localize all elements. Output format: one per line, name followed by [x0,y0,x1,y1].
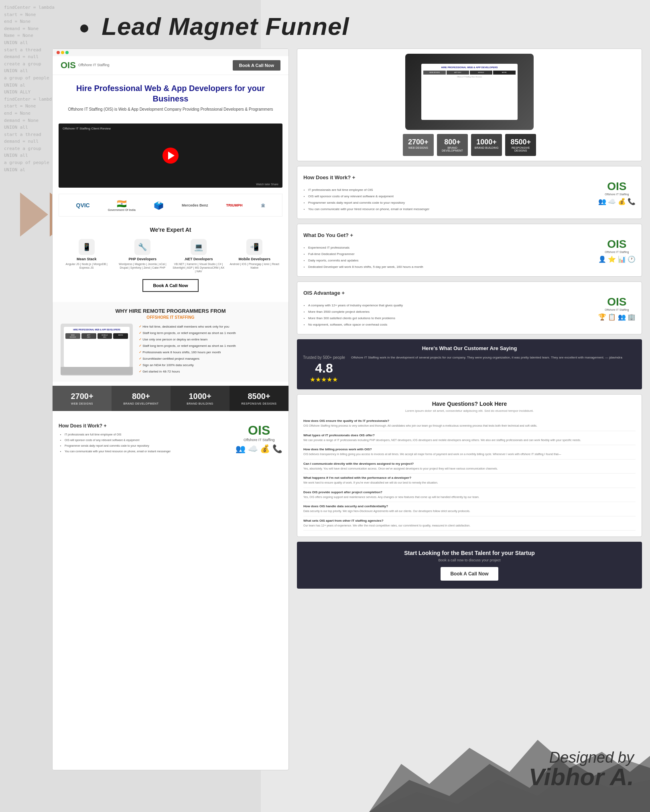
faq-answer: Yes, absolutely. You will have direct co… [303,467,636,471]
why-hire-content: HIRE PROFESSIONAL WEB & APP DEVELOPERS W… [61,324,280,376]
right-stat-responsive: 8500+ RESPONSIVE DESIGNS [505,134,536,156]
dotnet-name: .NET Developers [173,257,225,261]
bullet-decoration [80,24,88,32]
right-advantage-left: OIS Advantage + A company with 12+ years… [303,288,592,328]
stat-web-designs: 2700+ WEB DESIGNS [53,386,112,411]
faq-title: Have Questions? Look Here [303,401,636,407]
faq-question: Can I communicate directly with the deve… [303,462,636,466]
stat-responsive: 8500+ RESPONSIVE DESIGNS [230,386,288,411]
faq-item-2: What types of IT professionals does OIS … [303,431,636,445]
cta-bottom-button[interactable]: Book A Call Now [441,567,498,581]
benefit-item: Get started in 48-72 hours [139,369,236,375]
how-item: OIS will sponsor costs of any relevant s… [65,437,230,443]
advantage-ois-logo: OIS [598,296,636,308]
faq-question: What types of IT professionals does OIS … [303,433,636,437]
mobile-icon: 📲 [246,239,262,255]
right-stat-num: 800+ [439,138,466,146]
right-how-title: How Does it Work? + [303,172,592,183]
faq-section: Have Questions? Look Here Lorem ipsum do… [297,394,642,537]
whatget-item: Dedicated Developer will work 8 hours sh… [308,264,592,270]
expert-title: We're Expert At [61,227,280,233]
video-play-button[interactable] [162,148,179,164]
faq-question: How does OIS ensure the quality of its I… [303,419,636,423]
right-laptop-image: HIRE PROFESSIONAL WEB & APP DEVELOPERS W… [405,54,534,130]
whatget-ois-sub: Offshore IT Staffing [598,251,636,253]
book-call-button[interactable]: Book A Call Now [142,279,198,292]
expert-php: 🔧 PHP Developers Wordpress | Magento | J… [117,239,169,273]
testimonial-content: Trusted by 500+ people 4.8 ★★★★★ Offshor… [303,355,636,383]
stat-num: 2700+ [56,392,108,401]
ois-tagline: Offshore IT Staffing [236,438,282,442]
designed-by-line2: Vibhor A. [529,766,634,788]
right-advantage-content: OIS Advantage + A company with 12+ years… [303,288,636,328]
whatget-ois-logo: OIS [598,238,636,251]
right-panel: HIRE PROFESSIONAL WEB & APP DEVELOPERS W… [297,49,642,770]
browser-chrome [53,49,288,56]
brand-triumph: TRIUMPH [226,203,243,207]
right-how-list: IT professionals are full time employee … [303,187,592,213]
stats-section: 2700+ WEB DESIGNS 800+ BRAND DEVELOPMENT… [53,386,288,411]
right-stat-num: 8500+ [507,138,534,146]
testimonial-title: Here's What Our Customer Are Saying [303,345,636,351]
cta-bottom-section: Start Looking for the Best Talent for yo… [297,542,642,589]
how-item: OIS will sponsor costs of any relevant s… [308,193,592,200]
faq-item-7: How does OIS handle data security and co… [303,502,636,516]
laptop-image: HIRE PROFESSIONAL WEB & APP DEVELOPERS W… [61,324,133,376]
advantage-item: A company with 12+ years of industry exp… [308,302,592,309]
video-section[interactable]: Offshore IT Staffing Client Review Watch… [59,124,282,188]
brand-mercedes: Mercedes Benz [182,203,208,207]
why-hire-benefits: Hire full time, dedicated staff members … [139,324,236,375]
whatget-item: Full-time Dedicated Programmer [308,251,592,257]
page-title: Lead Magnet Funnel [80,12,650,40]
stat-label: WEB DESIGNS [56,402,108,405]
right-stat-num: 1000+ [473,138,500,146]
ois-logo-big: OIS [236,423,282,438]
brand-election: 🗳️ [154,200,164,210]
website-mockup: OIS Offshore IT Staffing Book A Call Now… [52,49,289,770]
how-item: IT professionals are full time employee … [65,432,230,437]
benefit-item: Staff long term projects, or relief enga… [139,343,236,349]
how-it-works-left: How Does it Work? + IT professionals are… [59,423,230,454]
stat-brand-building: 1000+ BRAND BUILDING [171,386,230,411]
ois-icons: 👥 ☁️ 💰 📞 [236,444,282,454]
advantage-item: More than 300 satisfied clients got solu… [308,315,592,322]
expert-section: We're Expert At 📱 Mean Stack Angular JS … [53,221,288,302]
faq-question: What sets OIS apart from other IT staffi… [303,519,636,522]
stat-num: 1000+ [174,392,226,401]
video-controls: Watch later Share [256,183,278,186]
faq-item-1: How does OIS ensure the quality of its I… [303,417,636,431]
video-label: Offshore IT Staffing Client Review [63,127,111,130]
stat-brand-dev: 800+ BRAND DEVELOPMENT [112,386,171,411]
how-item: Programmer sends daily report and commit… [65,443,230,449]
right-ois-icons: 👥 ☁️ 💰 📞 [598,198,636,205]
whatget-icons: 👤 ⭐ 📊 🕐 [598,255,636,263]
faq-answer: We can provide a range of IT professiona… [303,438,636,443]
hero-subtitle: Offshore IT Staffing (OIS) is Web & App … [65,107,276,111]
mean-stack-icon: 📱 [79,239,95,255]
benefit-item: Professionals work 8 hours shifts, 160 h… [139,349,236,356]
right-stats: 2700+ WEB DESIGNS 800+ BRAND DEVELOPMENT… [403,134,536,156]
stat-label: RESPONSIVE DESIGNS [233,402,285,405]
right-stat-building: 1000+ BRAND BUILDING [471,134,502,156]
right-ois-logo-section: OIS Offshore IT Staffing 👥 ☁️ 💰 📞 [598,180,636,205]
brand-gov-india: 🇮🇳 Government Of India [108,199,136,211]
benefit-item: Staff long term projects, or relief enga… [139,330,236,336]
php-desc: Wordpress | Magento | Joomla | sCal | Dr… [117,262,169,269]
faq-question: How does OIS handle data security and co… [303,504,636,508]
right-whatget-list: Experienced IT professionals Full-time D… [303,245,592,270]
faq-question: How does the billing process work with O… [303,448,636,451]
faq-item-8: What sets OIS apart from other IT staffi… [303,516,636,531]
faq-answer: We work hard to ensure quality of work. … [303,481,636,485]
header-cta-button[interactable]: Book A Call Now [233,60,280,71]
expert-mean-stack: 📱 Mean Stack Angular JS | Node.js | Mong… [61,239,113,273]
right-stat-brand: 800+ BRAND DEVELOPMENT [437,134,468,156]
advantage-ois-sub: Offshore IT Staffing [598,308,636,311]
designed-by-section: Designed by Vibhor A. [529,749,634,788]
expert-dotnet: 💻 .NET Developers VB.NET | Xamerin | Vis… [173,239,225,273]
rating-stars: ★★★★★ [303,376,345,383]
stat-label: BRAND BUILDING [174,402,226,405]
laptop-screen-content: HIRE PROFESSIONAL WEB & APP DEVELOPERS W… [423,66,516,78]
right-whatget-content: What Do You Get? + Experienced IT profes… [303,230,636,270]
faq-item-6: Does OIS provide support after project c… [303,488,636,502]
testimonial-section: Here's What Our Customer Are Saying Trus… [297,339,642,389]
